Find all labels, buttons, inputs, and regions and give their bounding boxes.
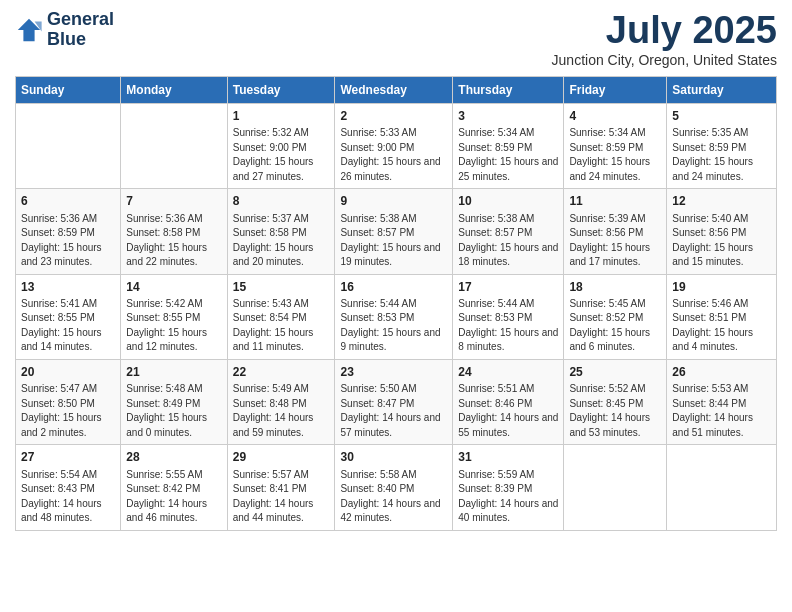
calendar-week-row: 13Sunrise: 5:41 AM Sunset: 8:55 PM Dayli… xyxy=(16,274,777,359)
calendar-cell: 22Sunrise: 5:49 AM Sunset: 8:48 PM Dayli… xyxy=(227,359,335,444)
day-number: 10 xyxy=(458,193,558,210)
day-number: 26 xyxy=(672,364,771,381)
page-header: General Blue July 2025 Junction City, Or… xyxy=(15,10,777,68)
calendar-cell xyxy=(667,445,777,530)
calendar-cell: 15Sunrise: 5:43 AM Sunset: 8:54 PM Dayli… xyxy=(227,274,335,359)
logo: General Blue xyxy=(15,10,114,50)
weekday-header: Saturday xyxy=(667,76,777,103)
cell-content: Sunrise: 5:35 AM Sunset: 8:59 PM Dayligh… xyxy=(672,126,771,184)
day-number: 21 xyxy=(126,364,221,381)
cell-content: Sunrise: 5:52 AM Sunset: 8:45 PM Dayligh… xyxy=(569,382,661,440)
cell-content: Sunrise: 5:44 AM Sunset: 8:53 PM Dayligh… xyxy=(340,297,447,355)
calendar-cell: 20Sunrise: 5:47 AM Sunset: 8:50 PM Dayli… xyxy=(16,359,121,444)
calendar-cell: 17Sunrise: 5:44 AM Sunset: 8:53 PM Dayli… xyxy=(453,274,564,359)
location-title: Junction City, Oregon, United States xyxy=(552,52,777,68)
day-number: 1 xyxy=(233,108,330,125)
calendar-cell: 4Sunrise: 5:34 AM Sunset: 8:59 PM Daylig… xyxy=(564,103,667,188)
cell-content: Sunrise: 5:39 AM Sunset: 8:56 PM Dayligh… xyxy=(569,212,661,270)
day-number: 16 xyxy=(340,279,447,296)
weekday-header: Tuesday xyxy=(227,76,335,103)
cell-content: Sunrise: 5:38 AM Sunset: 8:57 PM Dayligh… xyxy=(458,212,558,270)
cell-content: Sunrise: 5:50 AM Sunset: 8:47 PM Dayligh… xyxy=(340,382,447,440)
calendar-cell: 24Sunrise: 5:51 AM Sunset: 8:46 PM Dayli… xyxy=(453,359,564,444)
cell-content: Sunrise: 5:37 AM Sunset: 8:58 PM Dayligh… xyxy=(233,212,330,270)
calendar-cell: 5Sunrise: 5:35 AM Sunset: 8:59 PM Daylig… xyxy=(667,103,777,188)
day-number: 18 xyxy=(569,279,661,296)
calendar-cell xyxy=(564,445,667,530)
calendar-cell xyxy=(121,103,227,188)
weekday-header-row: SundayMondayTuesdayWednesdayThursdayFrid… xyxy=(16,76,777,103)
day-number: 29 xyxy=(233,449,330,466)
day-number: 28 xyxy=(126,449,221,466)
cell-content: Sunrise: 5:34 AM Sunset: 8:59 PM Dayligh… xyxy=(569,126,661,184)
cell-content: Sunrise: 5:33 AM Sunset: 9:00 PM Dayligh… xyxy=(340,126,447,184)
day-number: 17 xyxy=(458,279,558,296)
calendar-cell: 23Sunrise: 5:50 AM Sunset: 8:47 PM Dayli… xyxy=(335,359,453,444)
calendar-week-row: 27Sunrise: 5:54 AM Sunset: 8:43 PM Dayli… xyxy=(16,445,777,530)
cell-content: Sunrise: 5:46 AM Sunset: 8:51 PM Dayligh… xyxy=(672,297,771,355)
calendar-cell: 16Sunrise: 5:44 AM Sunset: 8:53 PM Dayli… xyxy=(335,274,453,359)
day-number: 3 xyxy=(458,108,558,125)
calendar-week-row: 6Sunrise: 5:36 AM Sunset: 8:59 PM Daylig… xyxy=(16,189,777,274)
logo-text: General Blue xyxy=(47,10,114,50)
cell-content: Sunrise: 5:49 AM Sunset: 8:48 PM Dayligh… xyxy=(233,382,330,440)
day-number: 13 xyxy=(21,279,115,296)
calendar-cell: 26Sunrise: 5:53 AM Sunset: 8:44 PM Dayli… xyxy=(667,359,777,444)
day-number: 11 xyxy=(569,193,661,210)
calendar-cell: 30Sunrise: 5:58 AM Sunset: 8:40 PM Dayli… xyxy=(335,445,453,530)
cell-content: Sunrise: 5:57 AM Sunset: 8:41 PM Dayligh… xyxy=(233,468,330,526)
calendar-cell: 10Sunrise: 5:38 AM Sunset: 8:57 PM Dayli… xyxy=(453,189,564,274)
weekday-header: Sunday xyxy=(16,76,121,103)
day-number: 31 xyxy=(458,449,558,466)
day-number: 12 xyxy=(672,193,771,210)
cell-content: Sunrise: 5:53 AM Sunset: 8:44 PM Dayligh… xyxy=(672,382,771,440)
calendar-cell: 3Sunrise: 5:34 AM Sunset: 8:59 PM Daylig… xyxy=(453,103,564,188)
cell-content: Sunrise: 5:43 AM Sunset: 8:54 PM Dayligh… xyxy=(233,297,330,355)
cell-content: Sunrise: 5:58 AM Sunset: 8:40 PM Dayligh… xyxy=(340,468,447,526)
calendar-cell: 21Sunrise: 5:48 AM Sunset: 8:49 PM Dayli… xyxy=(121,359,227,444)
calendar-cell: 29Sunrise: 5:57 AM Sunset: 8:41 PM Dayli… xyxy=(227,445,335,530)
calendar-table: SundayMondayTuesdayWednesdayThursdayFrid… xyxy=(15,76,777,531)
calendar-week-row: 20Sunrise: 5:47 AM Sunset: 8:50 PM Dayli… xyxy=(16,359,777,444)
day-number: 19 xyxy=(672,279,771,296)
weekday-header: Monday xyxy=(121,76,227,103)
cell-content: Sunrise: 5:34 AM Sunset: 8:59 PM Dayligh… xyxy=(458,126,558,184)
cell-content: Sunrise: 5:40 AM Sunset: 8:56 PM Dayligh… xyxy=(672,212,771,270)
calendar-cell: 27Sunrise: 5:54 AM Sunset: 8:43 PM Dayli… xyxy=(16,445,121,530)
cell-content: Sunrise: 5:51 AM Sunset: 8:46 PM Dayligh… xyxy=(458,382,558,440)
calendar-cell: 25Sunrise: 5:52 AM Sunset: 8:45 PM Dayli… xyxy=(564,359,667,444)
day-number: 8 xyxy=(233,193,330,210)
cell-content: Sunrise: 5:55 AM Sunset: 8:42 PM Dayligh… xyxy=(126,468,221,526)
cell-content: Sunrise: 5:59 AM Sunset: 8:39 PM Dayligh… xyxy=(458,468,558,526)
day-number: 27 xyxy=(21,449,115,466)
weekday-header: Thursday xyxy=(453,76,564,103)
day-number: 23 xyxy=(340,364,447,381)
day-number: 6 xyxy=(21,193,115,210)
weekday-header: Wednesday xyxy=(335,76,453,103)
cell-content: Sunrise: 5:36 AM Sunset: 8:58 PM Dayligh… xyxy=(126,212,221,270)
day-number: 30 xyxy=(340,449,447,466)
cell-content: Sunrise: 5:32 AM Sunset: 9:00 PM Dayligh… xyxy=(233,126,330,184)
weekday-header: Friday xyxy=(564,76,667,103)
calendar-cell: 9Sunrise: 5:38 AM Sunset: 8:57 PM Daylig… xyxy=(335,189,453,274)
day-number: 5 xyxy=(672,108,771,125)
day-number: 25 xyxy=(569,364,661,381)
calendar-cell: 13Sunrise: 5:41 AM Sunset: 8:55 PM Dayli… xyxy=(16,274,121,359)
day-number: 9 xyxy=(340,193,447,210)
day-number: 15 xyxy=(233,279,330,296)
calendar-cell: 11Sunrise: 5:39 AM Sunset: 8:56 PM Dayli… xyxy=(564,189,667,274)
cell-content: Sunrise: 5:54 AM Sunset: 8:43 PM Dayligh… xyxy=(21,468,115,526)
calendar-cell xyxy=(16,103,121,188)
day-number: 4 xyxy=(569,108,661,125)
cell-content: Sunrise: 5:42 AM Sunset: 8:55 PM Dayligh… xyxy=(126,297,221,355)
day-number: 22 xyxy=(233,364,330,381)
cell-content: Sunrise: 5:48 AM Sunset: 8:49 PM Dayligh… xyxy=(126,382,221,440)
calendar-cell: 31Sunrise: 5:59 AM Sunset: 8:39 PM Dayli… xyxy=(453,445,564,530)
cell-content: Sunrise: 5:44 AM Sunset: 8:53 PM Dayligh… xyxy=(458,297,558,355)
cell-content: Sunrise: 5:47 AM Sunset: 8:50 PM Dayligh… xyxy=(21,382,115,440)
calendar-cell: 28Sunrise: 5:55 AM Sunset: 8:42 PM Dayli… xyxy=(121,445,227,530)
month-title: July 2025 xyxy=(552,10,777,52)
day-number: 14 xyxy=(126,279,221,296)
calendar-cell: 14Sunrise: 5:42 AM Sunset: 8:55 PM Dayli… xyxy=(121,274,227,359)
cell-content: Sunrise: 5:45 AM Sunset: 8:52 PM Dayligh… xyxy=(569,297,661,355)
